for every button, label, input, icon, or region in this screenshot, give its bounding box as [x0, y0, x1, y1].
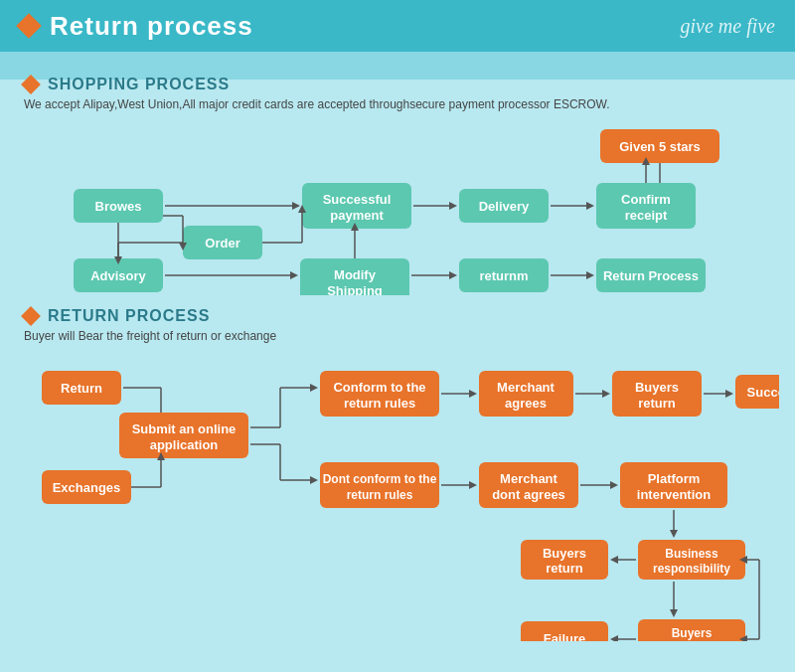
svg-text:Conform to the: Conform to the [333, 380, 425, 395]
shopping-description: We accept Alipay,West Union,All major cr… [24, 97, 771, 111]
shopping-diamond-icon [21, 75, 41, 94]
svg-marker-24 [290, 271, 298, 279]
page-title: Return process [50, 11, 253, 42]
svg-text:Buyers: Buyers [635, 380, 679, 395]
svg-text:Buyers: Buyers [543, 546, 586, 561]
svg-text:Return Process: Return Process [603, 268, 699, 283]
svg-marker-67 [310, 384, 318, 392]
svg-text:receipt: receipt [625, 208, 668, 223]
svg-text:Shipping: Shipping [327, 283, 383, 295]
svg-text:Delivery: Delivery [479, 199, 530, 214]
svg-text:dont agrees: dont agrees [492, 487, 565, 502]
svg-marker-108 [610, 556, 618, 564]
svg-text:Successful: Successful [323, 192, 392, 207]
svg-text:Confirm: Confirm [621, 192, 671, 207]
return-section-header: RETURN PROCESS [24, 307, 771, 325]
return-diamond-icon [21, 306, 41, 326]
svg-text:Return: Return [61, 381, 102, 396]
svg-text:Platform: Platform [648, 471, 701, 486]
main-content: SHOPPING PROCESS We accept Alipay,West U… [0, 52, 795, 655]
svg-marker-6 [292, 202, 300, 210]
svg-text:payment: payment [330, 208, 384, 223]
svg-text:Exchanges: Exchanges [53, 480, 121, 495]
svg-text:Order: Order [205, 236, 239, 251]
svg-text:Merchant: Merchant [497, 380, 555, 395]
svg-marker-76 [469, 390, 477, 398]
svg-text:return: return [546, 561, 583, 576]
svg-marker-98 [610, 481, 618, 489]
svg-text:return rules: return rules [347, 488, 413, 502]
svg-marker-81 [602, 390, 610, 398]
svg-marker-118 [610, 635, 618, 641]
svg-text:Business: Business [665, 547, 718, 561]
shopping-section-header: SHOPPING PROCESS [24, 76, 771, 93]
svg-text:returnm: returnm [479, 268, 528, 283]
header-banner: Return process give me five [0, 0, 795, 52]
svg-marker-86 [725, 390, 733, 398]
svg-marker-15 [586, 202, 594, 210]
svg-text:return: return [638, 396, 676, 411]
svg-marker-113 [670, 609, 678, 617]
svg-text:Dont conform to the: Dont conform to the [323, 472, 437, 486]
svg-marker-71 [310, 476, 318, 484]
svg-text:application: application [150, 437, 219, 452]
shopping-flow-diagram: Given 5 stars Browes Successful payment … [24, 121, 779, 295]
svg-text:agrees: agrees [505, 396, 547, 411]
return-section-label: RETURN PROCESS [48, 307, 210, 325]
svg-marker-31 [449, 271, 457, 279]
svg-marker-11 [449, 202, 457, 210]
brand-logo: give me five [681, 15, 776, 38]
svg-text:Browes: Browes [95, 199, 142, 214]
svg-marker-35 [586, 271, 594, 279]
svg-marker-103 [670, 530, 678, 538]
svg-text:Failure: Failure [544, 631, 586, 641]
return-description: Buyer will Bear the freight of return or… [24, 329, 771, 343]
svg-text:return rules: return rules [344, 396, 415, 411]
svg-text:Buyers: Buyers [672, 626, 713, 640]
svg-marker-93 [469, 481, 477, 489]
shopping-section-label: SHOPPING PROCESS [48, 76, 230, 93]
svg-text:Success: Success [747, 385, 779, 400]
svg-text:intervention: intervention [637, 487, 711, 502]
return-flow-diagram: Return Submit an online application Exch… [24, 353, 779, 641]
svg-text:Given 5 stars: Given 5 stars [619, 139, 701, 154]
svg-text:Merchant: Merchant [500, 471, 557, 486]
header-diamond-icon [16, 13, 41, 38]
svg-text:responsibility: responsibility [653, 562, 730, 576]
svg-text:Advisory: Advisory [90, 268, 146, 283]
svg-text:Submit an online: Submit an online [132, 421, 237, 436]
svg-text:Modify: Modify [334, 267, 377, 282]
